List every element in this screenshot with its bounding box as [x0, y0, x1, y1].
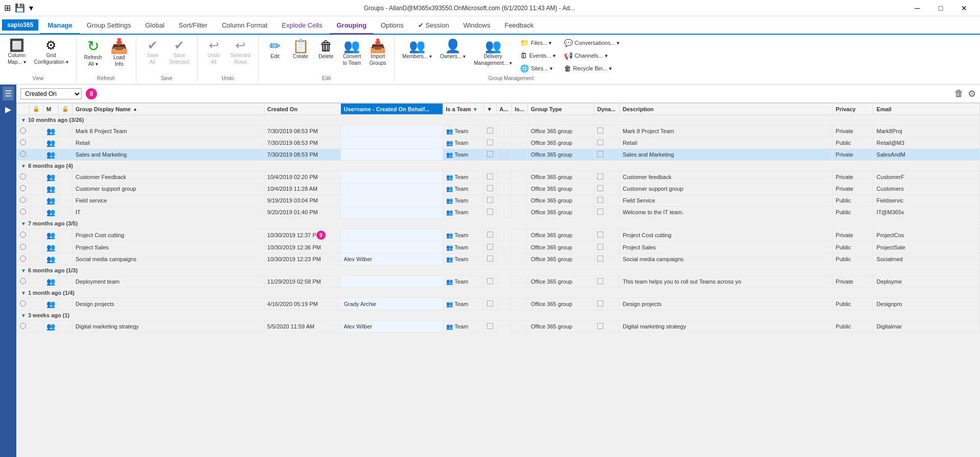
convert-to-team-button[interactable]: 👥 Convert to Team — [339, 37, 364, 68]
col-header-created[interactable]: Created On — [264, 104, 340, 115]
table-row[interactable]: 👥 Retail 7/30/2019 08:53 PM 👥 Team Offic… — [17, 137, 980, 149]
radio-icon[interactable] — [20, 128, 26, 134]
radio-cell[interactable] — [17, 253, 30, 265]
col-header-privacy[interactable]: Privacy — [832, 104, 873, 115]
tab-options[interactable]: Options — [374, 17, 411, 34]
table-row[interactable]: 👥 Field service 9/19/2019 03:04 PM 👥 Tea… — [17, 195, 980, 207]
radio-cell[interactable] — [17, 298, 30, 310]
import-groups-button[interactable]: 📥 Import Groups — [365, 37, 390, 68]
app-logo[interactable]: sapio365 — [2, 19, 38, 31]
dyna-checkbox[interactable] — [597, 232, 603, 238]
col-header-arrow[interactable]: ▼ — [483, 104, 496, 115]
table-row[interactable]: 👥 Project Sales 10/30/2019 12:36 PM 👥 Te… — [17, 242, 980, 253]
dyna-checkbox[interactable] — [597, 244, 603, 250]
radio-icon[interactable] — [20, 151, 26, 157]
maximize-button[interactable]: □ — [929, 0, 952, 16]
dyna-checkbox[interactable] — [597, 151, 603, 157]
col-header-email[interactable]: Email — [873, 104, 980, 115]
edit-button[interactable]: ✏ Edit — [263, 37, 287, 62]
checkbox-icon[interactable] — [487, 256, 493, 262]
tab-windows[interactable]: Windows — [456, 17, 498, 34]
tab-feedback[interactable]: Feedback — [497, 17, 541, 34]
radio-icon[interactable] — [20, 300, 26, 307]
dyna-checkbox[interactable] — [597, 278, 603, 284]
dyna-checkbox[interactable] — [597, 128, 603, 134]
table-row[interactable]: 👥 Digital marketing strategy 5/5/2020 11… — [17, 321, 980, 333]
group-header-row[interactable]: ▼ 3 weeks ago (1) — [17, 310, 980, 321]
radio-icon[interactable] — [20, 173, 26, 180]
dyna-checkbox[interactable] — [597, 323, 603, 329]
group-header-row[interactable]: ▼ 1 month ago (1/4) — [17, 288, 980, 298]
refresh-all-button[interactable]: ↻ Refresh All ▾ — [81, 37, 106, 69]
radio-cell[interactable] — [17, 321, 30, 333]
sites-button[interactable]: 🌐 Sites... ▾ — [517, 62, 559, 74]
radio-icon[interactable] — [20, 185, 26, 191]
create-button[interactable]: 📋 Create — [288, 37, 313, 62]
channels-button[interactable]: 📢 Channels... ▾ — [560, 49, 624, 62]
col-header-dyna[interactable]: Dyna... — [594, 104, 620, 115]
radio-cell[interactable] — [17, 207, 30, 218]
group-header-row[interactable]: ▼ 10 months ago (3/26) — [17, 115, 980, 125]
table-row[interactable]: 👥 Project Cost cutting 10/30/2019 12:37 … — [17, 229, 980, 242]
col-header-lock1[interactable]: 🔒 — [30, 104, 43, 115]
radio-cell[interactable] — [17, 125, 30, 137]
checkbox-icon[interactable] — [487, 244, 493, 250]
radio-cell[interactable] — [17, 242, 30, 253]
table-row[interactable]: 👥 Social media campaigns 10/30/2019 12:2… — [17, 253, 980, 265]
radio-icon[interactable] — [20, 323, 26, 329]
radio-icon[interactable] — [20, 232, 26, 238]
conversations-button[interactable]: 💬 Conversations... ▾ — [560, 37, 624, 49]
gear-filter-icon[interactable]: ⚙ — [968, 88, 976, 99]
dyna-checkbox[interactable] — [597, 209, 603, 215]
collapse-icon[interactable]: ▼ — [21, 163, 26, 169]
table-row[interactable]: 👥 Customer support group 10/4/2019 11:28… — [17, 183, 980, 195]
col-header-a[interactable]: A... — [496, 104, 511, 115]
checkbox-icon[interactable] — [487, 139, 493, 145]
app-icon[interactable]: ⊞ — [4, 3, 11, 13]
tab-grouping[interactable]: Grouping — [330, 17, 374, 34]
window-controls[interactable]: ─ □ ✕ — [905, 0, 976, 16]
save-selected-button[interactable]: ✔ Save Selected — [166, 37, 193, 67]
dyna-checkbox[interactable] — [597, 300, 603, 307]
save-icon[interactable]: 💾 — [15, 3, 25, 13]
table-row[interactable]: 👥 Customer Feedback 10/4/2019 02:20 PM 👥… — [17, 171, 980, 183]
sidebar-grid-icon[interactable]: ☰ — [3, 87, 14, 100]
save-all-button[interactable]: ✔ Save All — [140, 37, 165, 67]
checkbox-icon[interactable] — [487, 209, 493, 215]
col-header-username[interactable]: Username - Created On Behalf... — [340, 104, 443, 115]
undo-all-button[interactable]: ↩ Undo All — [202, 37, 226, 67]
dyna-checkbox[interactable] — [597, 139, 603, 145]
minimize-button[interactable]: ─ — [905, 0, 929, 16]
collapse-icon[interactable]: ▼ — [21, 313, 26, 318]
tab-sort-filter[interactable]: Sort/Filter — [172, 17, 214, 34]
table-row[interactable]: 👥 Sales and Marketing 7/30/2019 08:53 PM… — [17, 149, 980, 161]
tab-group-settings[interactable]: Group Settings — [80, 17, 138, 34]
radio-icon[interactable] — [20, 197, 26, 203]
col-header-grouptype[interactable]: Group Type — [528, 104, 594, 115]
events-button[interactable]: 🗓 Events... ▾ — [517, 49, 559, 62]
filter-select[interactable]: Created On — [20, 88, 82, 99]
table-row[interactable]: 👥 IT 9/20/2019 01:40 PM 👥 Team Office 36… — [17, 207, 980, 218]
checkbox-icon[interactable] — [487, 128, 493, 134]
checkbox-icon[interactable] — [487, 323, 493, 329]
chevron-down-icon[interactable]: ▾ — [29, 3, 33, 13]
delete-button[interactable]: 🗑 Delete — [314, 37, 338, 62]
trash-filter-icon[interactable]: 🗑 — [954, 88, 964, 99]
collapse-icon[interactable]: ▼ — [21, 117, 26, 123]
radio-cell[interactable] — [17, 229, 30, 242]
close-button[interactable]: ✕ — [952, 0, 976, 16]
radio-icon[interactable] — [20, 244, 26, 250]
checkbox-icon[interactable] — [487, 185, 493, 191]
table-row[interactable]: 👥 Design projects 4/16/2020 05:19 PM Gra… — [17, 298, 980, 310]
checkbox-icon[interactable] — [487, 232, 493, 238]
dyna-checkbox[interactable] — [597, 185, 603, 191]
radio-cell[interactable] — [17, 149, 30, 161]
group-header-row[interactable]: ▼ 6 months ago (1/3) — [17, 265, 980, 276]
delivery-management-button[interactable]: 👥 Delivery Management... ▾ — [470, 37, 515, 68]
col-header-m[interactable]: M — [43, 104, 59, 115]
selected-rows-button[interactable]: ↩ Selected Rows — [227, 37, 254, 67]
tab-column-format[interactable]: Column Format — [214, 17, 275, 34]
dyna-checkbox[interactable] — [597, 197, 603, 203]
recycle-bin-button[interactable]: 🗑 Recycle Bin... ▾ — [560, 62, 624, 74]
radio-icon[interactable] — [20, 256, 26, 262]
